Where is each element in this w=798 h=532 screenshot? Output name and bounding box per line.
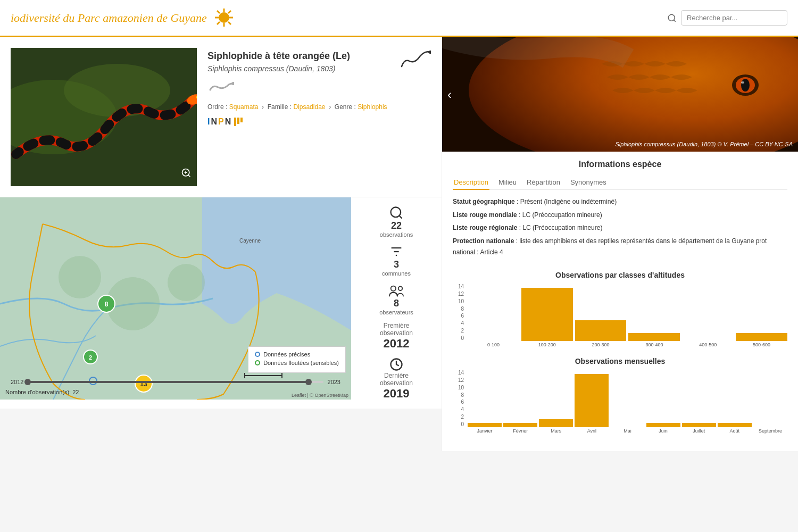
altitude-x-label: 100-200 — [521, 342, 573, 353]
svg-line-41 — [399, 215, 402, 218]
svg-point-40 — [391, 207, 401, 218]
monthly-bar — [503, 423, 537, 427]
mon-y14: 14 — [453, 370, 464, 376]
map-section: 8 2 13 Cayenne 50 km — [0, 197, 442, 409]
map-attribution: Leaflet | © OpenStreetMap — [292, 393, 348, 398]
obs-count: 22 — [391, 220, 402, 231]
svg-point-25 — [59, 256, 101, 298]
timeline-end: 2023 — [328, 379, 340, 385]
tab-synonymes[interactable]: Synonymes — [569, 176, 608, 190]
monthly-bars-area — [468, 370, 787, 427]
right-photo-caption: Siphlophis compressus (Daudin, 1803) © V… — [615, 141, 793, 147]
svg-point-45 — [391, 286, 396, 291]
derniere-year: 2019 — [384, 387, 410, 401]
svg-text:Cayenne: Cayenne — [239, 238, 261, 244]
svg-point-53 — [741, 81, 744, 84]
header: iodiversité du Parc amazonien de Guyane — [0, 0, 798, 37]
main-content: Siphlophide à tête orangée (Le) Siphloph… — [0, 37, 798, 451]
tab-description[interactable]: Description — [453, 176, 489, 190]
info-content: Statut géographique : Présent (Indigène … — [453, 196, 787, 259]
monthly-x-label: Avril — [575, 428, 609, 439]
monthly-x-label: Janvier — [468, 428, 502, 439]
header-left: iodiversité du Parc amazonien de Guyane — [11, 6, 236, 30]
statut-geo-label: Statut géographique — [453, 198, 515, 205]
alt-y2: 2 — [453, 328, 464, 334]
derniere-label: Dernière — [384, 372, 409, 379]
alt-y12: 12 — [453, 291, 464, 297]
svg-line-17 — [188, 175, 190, 177]
alt-y8: 8 — [453, 306, 464, 312]
mon-y8: 8 — [453, 392, 464, 398]
family-link[interactable]: Dipsadidae — [293, 103, 325, 111]
svg-line-10 — [674, 20, 675, 21]
map-stats-panel: 22 observations 3 communes — [351, 197, 442, 409]
map-legend: Données précises Données floutées (sensi… — [248, 346, 346, 373]
monthly-bar — [682, 423, 716, 427]
search-input[interactable] — [681, 10, 787, 26]
stat-observations: 22 observations — [380, 205, 413, 238]
search-area — [667, 10, 787, 26]
protection-row: Protection nationale : liste des amphibi… — [453, 236, 787, 259]
info-tabs: Description Milieu Répartition Synonymes — [453, 176, 787, 190]
svg-point-52 — [741, 79, 750, 92]
observation-sublabel: observation — [380, 329, 413, 337]
species-text-info: Siphlophide à tête orangée (Le) Siphloph… — [207, 48, 431, 129]
charts-section: Observations par classes d'altitudes 14 … — [442, 268, 798, 451]
liste-rouge-regionale-label: Liste rouge régionale — [453, 224, 517, 231]
stat-communes: 3 communes — [382, 244, 411, 277]
premiere-label: Première — [384, 322, 410, 329]
left-panel: Siphlophide à tête orangée (Le) Siphloph… — [0, 37, 442, 451]
svg-line-8 — [217, 22, 220, 24]
derniere-obs-label: observation — [380, 379, 413, 387]
monthly-x-labels: JanvierFévrierMarsAvrilMaiJuinJuilletAoû… — [468, 428, 787, 439]
species-header: Siphlophide à tête orangée (Le) Siphloph… — [0, 37, 442, 197]
info-section-title: Informations espèce — [453, 160, 787, 169]
svg-point-27 — [168, 264, 205, 301]
altitude-bar — [575, 320, 627, 341]
map-container[interactable]: 8 2 13 Cayenne 50 km — [0, 197, 351, 400]
svg-point-46 — [398, 287, 403, 291]
alt-y14: 14 — [453, 284, 464, 289]
species-info-section: Informations espèce Description Milieu R… — [442, 152, 798, 268]
monthly-bar — [575, 374, 609, 427]
alt-y10: 10 — [453, 298, 464, 304]
monthly-x-label: Mars — [539, 428, 573, 439]
tab-milieu[interactable]: Milieu — [497, 176, 518, 190]
taxonomy-breadcrumb: Ordre : Squamata › Famille : Dipsadidae … — [207, 103, 431, 111]
liste-rouge-mondiale-row: Liste rouge mondiale : LC (Préoccupation… — [453, 210, 787, 221]
order-link[interactable]: Squamata — [229, 103, 259, 111]
altitude-x-label: 500-600 — [736, 342, 787, 353]
genus-label: Genre — [335, 103, 352, 111]
filter-icon — [389, 244, 404, 259]
liste-rouge-regionale-row: Liste rouge régionale : LC (Préoccupatio… — [453, 222, 787, 234]
inpn-logo: I N P N — [207, 117, 431, 127]
alt-y6: 6 — [453, 313, 464, 319]
monthly-x-label: Juin — [646, 428, 680, 439]
legend-precise: Données précises — [263, 351, 310, 358]
mon-y4: 4 — [453, 406, 464, 412]
altitude-bar — [736, 333, 787, 341]
right-panel: Siphlophis compressus (Daudin, 1803) © V… — [442, 37, 798, 451]
zoom-icon[interactable] — [181, 168, 192, 181]
statut-geo-row: Statut géographique : Présent (Indigène … — [453, 196, 787, 208]
search-stats-icon — [389, 205, 404, 220]
altitude-x-label: 0-100 — [468, 342, 519, 353]
altitude-bars-area — [468, 284, 787, 341]
obs-label: observations — [380, 231, 413, 238]
genus-link[interactable]: Siphlophis — [358, 103, 387, 111]
altitude-x-label: 200-300 — [575, 342, 627, 353]
order-label: Ordre — [207, 103, 224, 111]
alt-y4: 4 — [453, 320, 464, 326]
altitude-bar — [628, 333, 680, 341]
tab-repartition[interactable]: Répartition — [526, 176, 561, 190]
colon2: : — [519, 211, 522, 219]
photo-nav-left[interactable]: ‹ — [447, 87, 452, 102]
svg-line-22 — [430, 50, 431, 51]
timeline-start: 2012 — [11, 379, 23, 385]
stat-premiere: Première observation 2012 — [380, 322, 413, 351]
altitude-x-label: 300-400 — [628, 342, 680, 353]
observers-count: 8 — [394, 298, 399, 309]
monthly-bar — [718, 423, 752, 427]
monthly-bar — [539, 419, 573, 427]
alt-y0: 0 — [453, 335, 464, 341]
